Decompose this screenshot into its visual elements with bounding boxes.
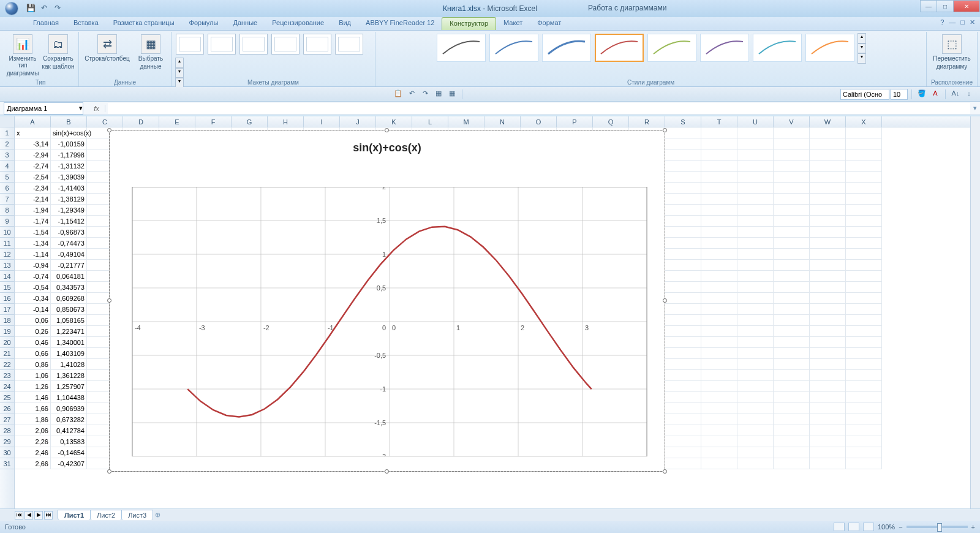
cell[interactable]: -2,74 bbox=[15, 161, 51, 172]
cell[interactable]: 0,412784 bbox=[51, 425, 87, 436]
column-header[interactable]: J bbox=[340, 116, 376, 127]
worksheet-grid[interactable]: ABCDEFGHIJKLMNOPQRSTUVWX 123456789101112… bbox=[0, 116, 980, 508]
cell[interactable]: 0,673282 bbox=[51, 414, 87, 425]
row-header[interactable]: 3 bbox=[0, 149, 14, 161]
row-header[interactable]: 19 bbox=[0, 326, 14, 337]
row-header[interactable]: 9 bbox=[0, 216, 14, 227]
chart-style-option[interactable] bbox=[753, 34, 802, 62]
save-icon[interactable]: 💾 bbox=[26, 4, 36, 13]
cell[interactable]: 2,06 bbox=[15, 425, 51, 436]
row-header[interactable]: 2 bbox=[0, 138, 14, 149]
tab-data[interactable]: Данные bbox=[225, 17, 265, 30]
cell[interactable]: 1,340001 bbox=[51, 337, 87, 348]
cell[interactable]: -1,94 bbox=[15, 205, 51, 216]
cell[interactable]: 1,058165 bbox=[51, 315, 87, 326]
column-header[interactable]: D bbox=[123, 116, 159, 127]
cell[interactable]: 1,26 bbox=[15, 381, 51, 392]
row-header[interactable]: 27 bbox=[0, 414, 14, 425]
zoom-in-button[interactable]: + bbox=[971, 523, 975, 531]
column-header[interactable]: O bbox=[521, 116, 557, 127]
column-header[interactable]: M bbox=[448, 116, 484, 127]
row-header[interactable]: 15 bbox=[0, 282, 14, 293]
tab-pagelayout[interactable]: Разметка страницы bbox=[106, 17, 182, 30]
cell[interactable]: -2,54 bbox=[15, 172, 51, 183]
column-header[interactable]: N bbox=[484, 116, 521, 127]
chart-style-option[interactable] bbox=[489, 34, 538, 62]
undo-icon[interactable]: ↶ bbox=[405, 89, 418, 100]
select-all-button[interactable] bbox=[0, 116, 15, 127]
office-button[interactable] bbox=[0, 0, 23, 17]
row-header[interactable]: 5 bbox=[0, 172, 14, 183]
row-header[interactable]: 26 bbox=[0, 403, 14, 414]
cell[interactable]: -0,34 bbox=[15, 293, 51, 304]
cell[interactable]: 0,46 bbox=[15, 337, 51, 348]
save-as-template-button[interactable]: 🗂 Сохранить как шаблон bbox=[42, 33, 75, 70]
redo-icon[interactable]: ↷ bbox=[419, 89, 431, 100]
chevron-down-icon[interactable]: ▾ bbox=[79, 104, 83, 112]
row-header[interactable]: 4 bbox=[0, 161, 14, 172]
mdi-restore-icon[interactable]: □ bbox=[960, 18, 965, 26]
column-header[interactable]: F bbox=[195, 116, 232, 127]
chart-icon[interactable]: ▦ bbox=[446, 89, 458, 100]
chart-layout-option[interactable] bbox=[239, 34, 268, 55]
cell[interactable]: -3,14 bbox=[15, 138, 51, 149]
mdi-minimize-icon[interactable]: — bbox=[949, 18, 956, 26]
styles-scroll[interactable]: ▴▾▾ bbox=[858, 33, 866, 64]
mdi-close-icon[interactable]: ✕ bbox=[970, 18, 975, 26]
row-header[interactable]: 13 bbox=[0, 260, 14, 271]
row-header[interactable]: 17 bbox=[0, 304, 14, 315]
row-header[interactable]: 6 bbox=[0, 183, 14, 194]
cell[interactable]: -0,96873 bbox=[51, 227, 87, 238]
cell[interactable]: 0,26 bbox=[15, 326, 51, 337]
row-header[interactable]: 22 bbox=[0, 359, 14, 370]
resize-handle[interactable] bbox=[663, 298, 667, 303]
cell[interactable]: -0,21777 bbox=[51, 260, 87, 271]
cell[interactable]: 1,46 bbox=[15, 392, 51, 403]
row-header[interactable]: 16 bbox=[0, 293, 14, 304]
switch-row-column-button[interactable]: ⇄ Строка/столбец bbox=[83, 33, 132, 62]
row-header[interactable]: 29 bbox=[0, 436, 14, 447]
tab-design[interactable]: Конструктор bbox=[442, 17, 496, 30]
resize-handle[interactable] bbox=[107, 469, 111, 474]
column-header[interactable]: A bbox=[15, 116, 51, 127]
row-header[interactable]: 28 bbox=[0, 425, 14, 436]
chart-icon[interactable]: ▦ bbox=[432, 89, 445, 100]
cell[interactable]: 1,104438 bbox=[51, 392, 87, 403]
undo-icon[interactable]: ↶ bbox=[39, 4, 49, 13]
select-data-button[interactable]: ▦ Выбрать данные bbox=[134, 33, 167, 70]
vertical-scrollbar[interactable] bbox=[970, 116, 980, 508]
embedded-chart[interactable]: sin(x)+cos(x) -4-3-2-101234-2-1,5-1-0,50… bbox=[109, 130, 665, 472]
cell[interactable]: 0,06 bbox=[15, 315, 51, 326]
column-headers[interactable]: ABCDEFGHIJKLMNOPQRSTUVWX bbox=[15, 116, 970, 127]
cell[interactable]: -1,41403 bbox=[51, 183, 87, 194]
cell[interactable]: 1,41028 bbox=[51, 359, 87, 370]
sort-desc-icon[interactable]: ↓ bbox=[963, 89, 975, 100]
cell[interactable]: 2,46 bbox=[15, 447, 51, 458]
column-header[interactable]: Q bbox=[593, 116, 629, 127]
cell[interactable]: -1,74 bbox=[15, 216, 51, 227]
cell[interactable]: 2,26 bbox=[15, 436, 51, 447]
row-header[interactable]: 7 bbox=[0, 194, 14, 205]
cell[interactable]: 0,850673 bbox=[51, 304, 87, 315]
view-pagelayout-button[interactable] bbox=[848, 523, 859, 531]
row-header[interactable]: 24 bbox=[0, 381, 14, 392]
plot-area[interactable]: -4-3-2-101234-2-1,5-1-0,50,511,520 bbox=[132, 187, 647, 456]
zoom-slider[interactable] bbox=[907, 526, 968, 528]
cell[interactable]: 0,609268 bbox=[51, 293, 87, 304]
chart-layout-option[interactable] bbox=[208, 34, 236, 55]
chart-style-option[interactable] bbox=[700, 34, 749, 62]
column-header[interactable]: G bbox=[232, 116, 268, 127]
clipboard-icon[interactable]: 📋 bbox=[392, 89, 404, 100]
cell[interactable]: x bbox=[15, 127, 51, 138]
chart-layout-option[interactable] bbox=[335, 34, 363, 55]
tab-abbyy[interactable]: ABBYY FineReader 12 bbox=[358, 17, 442, 30]
cell[interactable]: -1,38129 bbox=[51, 194, 87, 205]
cell[interactable]: -1,34 bbox=[15, 238, 51, 249]
close-button[interactable]: ✕ bbox=[953, 0, 980, 12]
tab-layout[interactable]: Макет bbox=[496, 17, 530, 30]
last-sheet-icon[interactable]: ⏭ bbox=[44, 511, 53, 520]
cell[interactable]: -0,74473 bbox=[51, 238, 87, 249]
tab-format[interactable]: Формат bbox=[530, 17, 568, 30]
resize-handle[interactable] bbox=[385, 469, 389, 474]
prev-sheet-icon[interactable]: ◀ bbox=[24, 511, 33, 520]
